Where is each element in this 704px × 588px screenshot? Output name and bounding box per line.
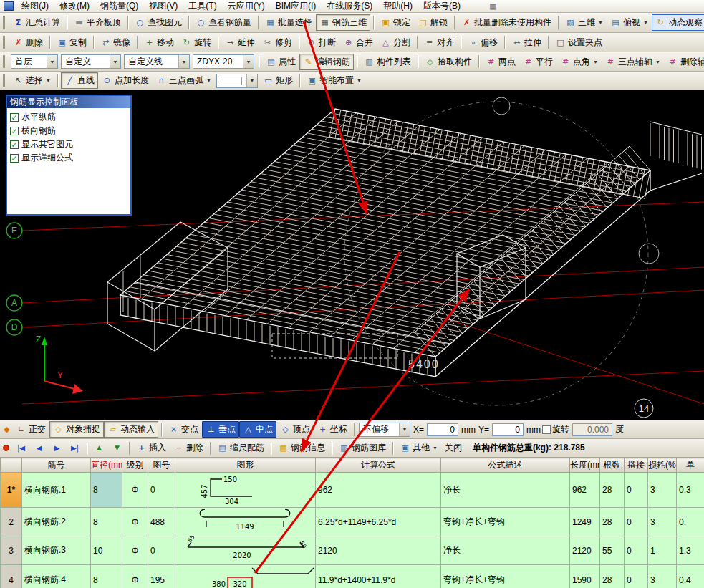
vertex-snap-toggle[interactable]: ◇顶点 <box>276 421 314 438</box>
cell-diameter[interactable]: 8 <box>91 565 122 588</box>
menu-modify[interactable]: 修改(M) <box>54 0 95 13</box>
cell-figure-no[interactable]: 0 <box>148 536 175 565</box>
stretch-button[interactable]: ↔拉伸 <box>508 34 545 51</box>
three-point-arc-tool-button[interactable]: ∩三点画弧▼ <box>153 72 215 89</box>
extend-button[interactable]: →延伸 <box>221 34 259 51</box>
cell-bar-name[interactable]: 横向钢筋.2 <box>22 508 91 536</box>
cell-loss[interactable]: 3 <box>648 508 677 536</box>
split-button[interactable]: △分割 <box>377 34 414 51</box>
rebar-library-button[interactable]: ▥钢筋图库 <box>335 440 390 456</box>
cell-loss[interactable]: 3 <box>648 473 677 508</box>
toolbar-grip[interactable] <box>3 55 6 68</box>
chevron-down-icon[interactable]: ▼ <box>178 55 189 68</box>
rebar-info-button[interactable]: ▦钢筋信息 <box>274 440 329 456</box>
other-menu-button[interactable]: ▣其他▼ <box>396 440 441 456</box>
two-point-axis-button[interactable]: #两点 <box>482 54 519 70</box>
batch-select-button[interactable]: ▦批量选择 <box>261 14 316 31</box>
cell-formula[interactable]: 6.25*d+1149+6.25*d <box>316 508 441 536</box>
cell-grade[interactable]: Φ <box>122 473 148 508</box>
element-select[interactable]: ZDYX-20▼ <box>193 54 254 69</box>
line-type-select[interactable]: 自定义线▼ <box>124 54 190 69</box>
x-input[interactable]: 0 <box>427 423 458 436</box>
cell-formula-desc[interactable]: 净长 <box>441 473 570 508</box>
batch-delete-unused-button[interactable]: ✗批量删除未使用构件 <box>458 14 555 31</box>
rotate-checkbox[interactable]: ✓ <box>542 425 551 434</box>
coordinate-snap-toggle[interactable]: +坐标 <box>314 421 351 438</box>
trim-button[interactable]: ✂修剪 <box>259 34 296 51</box>
toolbar-grip[interactable] <box>3 36 6 49</box>
row-number[interactable]: 2 <box>1 508 22 536</box>
menu-online[interactable]: 在线服务(S) <box>322 0 377 13</box>
cell-shape[interactable]: 1149 <box>175 508 316 536</box>
view-rebar-qty-button[interactable]: ○查看钢筋量 <box>192 14 255 31</box>
cell-bar-name[interactable]: 横向钢筋.1 <box>22 473 91 508</box>
row-number[interactable]: 4 <box>1 565 22 588</box>
check-show-other-elements[interactable]: ✓显示其它图元 <box>9 138 129 151</box>
merge-button[interactable]: ⊕合并 <box>339 34 377 51</box>
cell-count[interactable]: 28 <box>600 565 625 588</box>
cell-length[interactable]: 1590 <box>570 565 600 588</box>
y-input[interactable]: 0 <box>492 423 524 436</box>
cell-shape[interactable]: 65 50 2020 <box>175 536 316 565</box>
table-row[interactable]: 2 横向钢筋.2 8 Φ 488 1149 6.25*d+1149+6.25*d… <box>1 508 704 536</box>
chevron-down-icon[interactable]: ▼ <box>110 55 120 68</box>
offset-button[interactable]: »偏移 <box>464 34 501 51</box>
chevron-down-icon[interactable]: ▼ <box>399 423 410 436</box>
set-grips-button[interactable]: □设置夹点 <box>551 34 606 51</box>
toolbar-grip[interactable] <box>3 74 6 87</box>
cell-diameter[interactable]: 8 <box>91 473 122 508</box>
cell-grade[interactable]: Φ <box>122 508 148 536</box>
camera-icon[interactable]: ▦ <box>488 1 498 11</box>
cell-loss[interactable]: 3 <box>648 565 677 588</box>
cell-shape[interactable]: 380 320 <box>175 565 316 588</box>
cell-length[interactable]: 1249 <box>570 508 600 536</box>
break-button[interactable]: ⊘打断 <box>302 34 339 51</box>
chevron-down-icon[interactable]: ▼ <box>246 74 257 87</box>
cell-formula-desc[interactable]: 净长 <box>441 536 570 565</box>
midpoint-snap-toggle[interactable]: △中点 <box>239 421 276 438</box>
object-snap-toggle[interactable]: ◇对象捕捉 <box>49 421 104 438</box>
view-3d-button[interactable]: ▧三维▼ <box>561 14 607 31</box>
cell-unit-weight[interactable]: 0. <box>677 508 704 536</box>
dynamic-input-toggle[interactable]: ▱动态输入 <box>104 421 158 438</box>
nav-prev-button[interactable]: ◀ <box>30 440 48 456</box>
table-row[interactable]: 3 横向钢筋.3 10 Φ 0 65 50 2020 2120 净长 2120 … <box>1 536 704 565</box>
category-select[interactable]: 自定义▼ <box>61 54 121 69</box>
cell-diameter[interactable]: 8 <box>91 508 122 536</box>
cell-lap[interactable]: 0 <box>625 473 648 508</box>
chevron-down-icon[interactable]: ▼ <box>243 55 254 68</box>
perpendicular-snap-toggle[interactable]: ⊥垂点 <box>202 421 239 438</box>
rebar-3d-button[interactable]: ▦钢筋三维 <box>316 14 370 31</box>
edit-rebar-button[interactable]: ✎编辑钢筋 <box>299 54 354 70</box>
row-up-button[interactable]: ▲ <box>90 440 108 456</box>
ortho-toggle[interactable]: ∟正交 <box>12 421 49 438</box>
unlock-button[interactable]: □解锁 <box>414 14 451 31</box>
copy-button[interactable]: ▣复制 <box>53 34 90 51</box>
delete-button[interactable]: ✗删除 <box>9 34 47 51</box>
table-row[interactable]: 4 横向钢筋.4 8 Φ 195 380 320 11.9*d+1400+11.… <box>1 565 704 588</box>
scale-rebar-button[interactable]: ▤缩尺配筋 <box>213 440 268 456</box>
parallel-axis-button[interactable]: #平行 <box>519 54 556 70</box>
cell-shape[interactable]: 150 457 304 <box>175 473 316 508</box>
panel-title[interactable]: 钢筋显示控制面板 <box>7 96 130 108</box>
cell-grade[interactable]: Φ <box>122 536 148 565</box>
menu-version[interactable]: 版本号(B) <box>418 0 466 13</box>
orbit-button[interactable]: ↻动态观察 <box>652 14 704 31</box>
cell-formula[interactable]: 2120 <box>316 536 441 565</box>
color-swatch-select[interactable]: ▼ <box>216 74 258 88</box>
cell-lap[interactable]: 0 <box>625 565 648 588</box>
rotate-button[interactable]: ↻旋转 <box>178 34 215 51</box>
lock-button[interactable]: ▣锁定 <box>377 14 414 31</box>
menu-draw[interactable]: 绘图(J) <box>16 0 54 13</box>
check-show-detail-formula[interactable]: ✓显示详细公式 <box>9 151 129 165</box>
cell-figure-no[interactable]: 0 <box>148 473 175 508</box>
check-transverse-rebar[interactable]: ✓横向钢筋 <box>9 124 129 138</box>
cell-count[interactable]: 55 <box>600 536 625 565</box>
table-row[interactable]: 1* 横向钢筋.1 8 Φ 0 150 457 304 962 净长 962 2… <box>1 473 704 508</box>
cell-formula-desc[interactable]: 弯钩+净长+弯钩 <box>441 508 570 536</box>
select-tool-button[interactable]: ↖选择▼ <box>9 72 54 89</box>
cell-figure-no[interactable]: 195 <box>148 565 175 588</box>
flush-slab-top-button[interactable]: ▬平齐板顶 <box>70 14 125 31</box>
cell-formula[interactable]: 962 <box>316 473 441 508</box>
floor-select[interactable]: 首层▼ <box>11 54 58 69</box>
